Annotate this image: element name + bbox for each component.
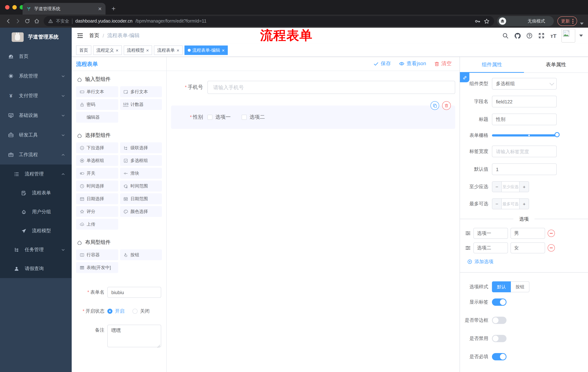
- component-checkbox-group[interactable]: 多选框组: [120, 155, 162, 166]
- tag-close-icon[interactable]: ×: [177, 48, 179, 53]
- chrome-caret-icon[interactable]: [580, 22, 584, 25]
- update-button[interactable]: 更新: [557, 16, 577, 26]
- show-label-toggle[interactable]: [492, 298, 506, 306]
- gender-option-2[interactable]: 选项二: [242, 114, 265, 120]
- component-single-line-text[interactable]: 单行文本: [76, 86, 118, 97]
- component-color-picker[interactable]: 颜色选择: [120, 206, 162, 217]
- copy-component-button[interactable]: [430, 101, 439, 110]
- component-upload[interactable]: 上传: [76, 219, 118, 230]
- field-name-input[interactable]: [492, 96, 557, 107]
- address-bar[interactable]: 不安全 dashboard.yudao.iocoder.cn/bpm/manag…: [44, 16, 494, 26]
- sidebar-item-home[interactable]: 首页: [0, 47, 72, 66]
- help-icon[interactable]: [525, 32, 533, 40]
- component-select[interactable]: 下拉选择: [76, 142, 118, 153]
- component-switch[interactable]: 开关: [76, 168, 118, 179]
- password-key-icon[interactable]: [474, 18, 481, 24]
- browser-menu-icon[interactable]: [572, 19, 573, 23]
- component-multi-line-text[interactable]: 多行文本: [120, 86, 162, 97]
- component-date-range[interactable]: 日期范围: [120, 193, 162, 204]
- checkbox-icon[interactable]: [242, 115, 247, 120]
- component-counter[interactable]: 123计数器: [120, 99, 162, 110]
- tag-process-definition[interactable]: 流程定义 ×: [93, 45, 122, 55]
- gender-option-1[interactable]: 选项一: [207, 114, 231, 120]
- component-table[interactable]: 表格[开发中]: [76, 262, 118, 273]
- close-window-button[interactable]: [5, 5, 10, 10]
- remove-option-button[interactable]: [548, 230, 555, 237]
- checkbox-icon[interactable]: [207, 115, 212, 120]
- tag-close-icon[interactable]: ×: [222, 48, 225, 53]
- home-icon[interactable]: [32, 16, 42, 26]
- style-default-button[interactable]: 默认: [492, 281, 511, 292]
- tab-close-icon[interactable]: ✕: [98, 6, 102, 11]
- tab-form-props[interactable]: 表单属性: [524, 57, 588, 73]
- sidebar-item-process-form[interactable]: 流程表单: [0, 183, 72, 202]
- tab-component-props[interactable]: 组件属性: [460, 57, 524, 73]
- reload-icon[interactable]: [22, 16, 32, 26]
- sidebar-item-user-group[interactable]: 用户分组: [0, 202, 72, 221]
- component-radio-group[interactable]: 单选框组: [76, 155, 118, 166]
- avatar-caret-icon[interactable]: [579, 35, 583, 37]
- sidebar-item-payment-management[interactable]: ¥ 支付管理: [0, 86, 72, 106]
- component-time-picker[interactable]: 时间选择: [76, 181, 118, 191]
- browser-tab[interactable]: 芋道管理系统 ✕: [22, 3, 105, 15]
- option-label-input[interactable]: [473, 228, 508, 239]
- bookmark-star-icon[interactable]: [483, 18, 490, 24]
- disabled-toggle[interactable]: [492, 335, 506, 342]
- option-value-input[interactable]: [511, 242, 545, 253]
- component-slider[interactable]: 滑块: [120, 168, 162, 179]
- search-icon[interactable]: [501, 32, 509, 40]
- back-icon[interactable]: [4, 16, 13, 26]
- grid-slider[interactable]: [492, 134, 557, 137]
- sidebar-item-task-management[interactable]: 任务管理: [0, 240, 72, 259]
- form-remark-textarea[interactable]: 嘿嘿: [107, 325, 161, 347]
- plus-button[interactable]: +: [520, 199, 529, 209]
- drag-handle-icon[interactable]: [465, 245, 471, 251]
- default-value-input[interactable]: [492, 163, 557, 175]
- tag-home[interactable]: 首页: [76, 45, 91, 55]
- sidebar-item-workflow[interactable]: 工作流程: [0, 145, 72, 165]
- component-rate[interactable]: 评分: [76, 206, 118, 217]
- tag-close-icon[interactable]: ×: [116, 48, 118, 53]
- component-editor[interactable]: 编辑器: [76, 112, 118, 123]
- avatar[interactable]: [561, 29, 575, 43]
- slider-handle[interactable]: [555, 132, 560, 137]
- save-button[interactable]: 保存: [374, 60, 391, 67]
- component-time-range[interactable]: 时间范围: [120, 181, 162, 191]
- collapse-menu-icon[interactable]: [74, 30, 86, 42]
- minus-button[interactable]: −: [492, 182, 501, 192]
- security-label[interactable]: 不安全: [56, 18, 69, 24]
- breadcrumb-home[interactable]: 首页: [89, 32, 99, 39]
- field-gender-selected[interactable]: *性别 选项一 选项二: [171, 106, 455, 129]
- option-label-input[interactable]: [473, 242, 508, 253]
- sidebar-logo[interactable]: 芋道管理系统: [0, 28, 72, 47]
- link-anchor-button[interactable]: [460, 73, 469, 82]
- forward-icon[interactable]: [13, 16, 22, 26]
- form-canvas[interactable]: *手机号 *性别: [167, 71, 460, 372]
- sidebar-item-leave-query[interactable]: 请假查询: [0, 259, 72, 278]
- sidebar-item-dev-tools[interactable]: 研发工具: [0, 125, 72, 145]
- component-type-select[interactable]: 多选框组: [492, 78, 557, 90]
- component-cascader[interactable]: 级联选择: [120, 142, 162, 153]
- sidebar-item-system-management[interactable]: 系统管理: [0, 66, 72, 86]
- remove-option-button[interactable]: [548, 244, 555, 252]
- view-json-button[interactable]: 查看json: [399, 60, 426, 67]
- minimize-window-button[interactable]: [12, 5, 17, 10]
- new-tab-button[interactable]: +: [108, 4, 119, 14]
- tag-close-icon[interactable]: ×: [146, 48, 149, 53]
- title-input[interactable]: [492, 114, 557, 125]
- stepper-placeholder[interactable]: 至少应选: [501, 182, 520, 192]
- form-name-input[interactable]: [107, 287, 161, 298]
- plus-button[interactable]: +: [520, 182, 529, 192]
- tag-process-form-edit[interactable]: 流程表单-编辑 ×: [184, 45, 228, 55]
- component-row-container[interactable]: 行容器: [76, 249, 118, 260]
- minus-button[interactable]: −: [492, 199, 501, 209]
- phone-input[interactable]: [207, 81, 455, 94]
- label-width-input[interactable]: [492, 146, 557, 157]
- add-option-button[interactable]: 添加选项: [467, 258, 588, 265]
- style-button-button[interactable]: 按钮: [511, 281, 529, 292]
- border-toggle[interactable]: [492, 317, 506, 324]
- tag-process-model[interactable]: 流程模型 ×: [124, 45, 152, 55]
- sidebar-item-process-model[interactable]: 流程模型: [0, 221, 72, 240]
- status-radio-on[interactable]: 开启: [107, 308, 125, 315]
- github-icon[interactable]: [514, 32, 521, 40]
